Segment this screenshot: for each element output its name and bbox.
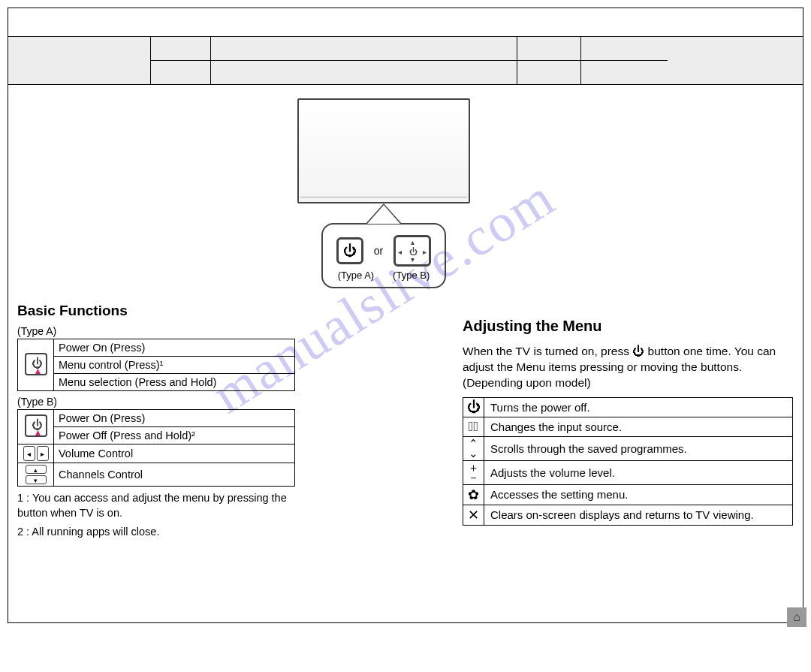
tv-diagram: ⏻ or ▴▾◂▸⏻ (Type A) (Type B) xyxy=(279,98,489,288)
adjusting-menu-heading: Adjusting the Menu xyxy=(463,318,793,335)
header-cell xyxy=(668,37,803,84)
button-types-box: ⏻ or ▴▾◂▸⏻ (Type A) (Type B) xyxy=(321,223,446,288)
page-frame: manualslive.com ⏻ or ▴▾◂▸⏻ (Type A) (Typ… xyxy=(8,8,803,623)
footnote-2: 2 : All running apps will close. xyxy=(17,525,295,540)
table-row: Power On (Press) xyxy=(54,339,295,357)
table-row: Menu selection (Press and Hold) xyxy=(54,374,295,391)
or-label: or xyxy=(374,245,383,257)
power-button-icon: ▲ xyxy=(18,410,54,444)
type-b-label: (Type B) xyxy=(393,270,430,281)
power-button-icon: ▲ xyxy=(18,339,54,391)
table-row: Changes the input source. xyxy=(484,417,793,436)
callout-arrow-icon xyxy=(365,203,402,225)
basic-functions-section: Basic Functions (Type A) ▲ Power On (Pre… xyxy=(17,303,295,540)
type-a-label: (Type A) xyxy=(338,270,374,281)
type-a-table: ▲ Power On (Press) Menu control (Press)¹… xyxy=(17,339,295,391)
table-row: Power On (Press) xyxy=(54,410,295,427)
table-row: Turns the power off. xyxy=(484,397,793,417)
type-a-heading: (Type A) xyxy=(17,325,295,337)
dpad-type-b-icon: ▴▾◂▸⏻ xyxy=(393,235,431,267)
table-row: Channels Control xyxy=(54,463,295,487)
plus-minus-icon: ＋－ xyxy=(463,460,484,484)
header-cell xyxy=(151,37,211,60)
adjusting-menu-paragraph: When the TV is turned on, press ⏻ button… xyxy=(463,344,793,391)
home-button[interactable]: ⌂ xyxy=(787,607,806,627)
table-row: Scrolls through the saved programmes. xyxy=(484,436,793,460)
footnote-1: 1 : You can access and adjust the menu b… xyxy=(17,491,295,520)
power-button-type-a-icon: ⏻ xyxy=(336,237,363,264)
up-down-icon: ⌃⌄ xyxy=(463,436,484,460)
type-b-table: ▲ Power On (Press) Power Off (Press and … xyxy=(17,409,295,487)
input-source-icon: ☰⃕ xyxy=(463,417,484,436)
basic-functions-heading: Basic Functions xyxy=(17,303,295,319)
header-cell xyxy=(581,37,668,60)
header-blank xyxy=(8,8,803,37)
tv-screen-icon xyxy=(297,98,470,203)
header-cell xyxy=(517,61,581,84)
menu-functions-table: ⏻ Turns the power off. ☰⃕ Changes the in… xyxy=(463,397,793,526)
header-cell xyxy=(581,61,668,84)
volume-arrows-icon: ◂▸ xyxy=(18,444,54,463)
table-row: Volume Control xyxy=(54,444,295,463)
header-cell xyxy=(8,37,151,84)
type-b-heading: (Type B) xyxy=(17,396,295,408)
channel-arrows-icon: ▴▾ xyxy=(18,463,54,487)
header-cell xyxy=(211,61,517,84)
header-cell xyxy=(151,61,211,84)
table-row: Power Off (Press and Hold)² xyxy=(54,427,295,444)
adjusting-menu-section: Adjusting the Menu When the TV is turned… xyxy=(463,318,793,526)
table-row: Accesses the setting menu. xyxy=(484,484,793,505)
header-cell xyxy=(211,37,517,60)
table-row: Menu control (Press)¹ xyxy=(54,357,295,374)
table-row: Adjusts the volume level. xyxy=(484,460,793,484)
power-icon: ⏻ xyxy=(463,397,484,417)
close-icon: ✕ xyxy=(463,505,484,525)
header-cell xyxy=(517,37,581,60)
table-row: Clears on-screen displays and returns to… xyxy=(484,505,793,525)
header-grid xyxy=(8,37,803,85)
gear-icon: ✿ xyxy=(463,484,484,505)
content-area: manualslive.com ⏻ or ▴▾◂▸⏻ (Type A) (Typ… xyxy=(8,85,803,622)
